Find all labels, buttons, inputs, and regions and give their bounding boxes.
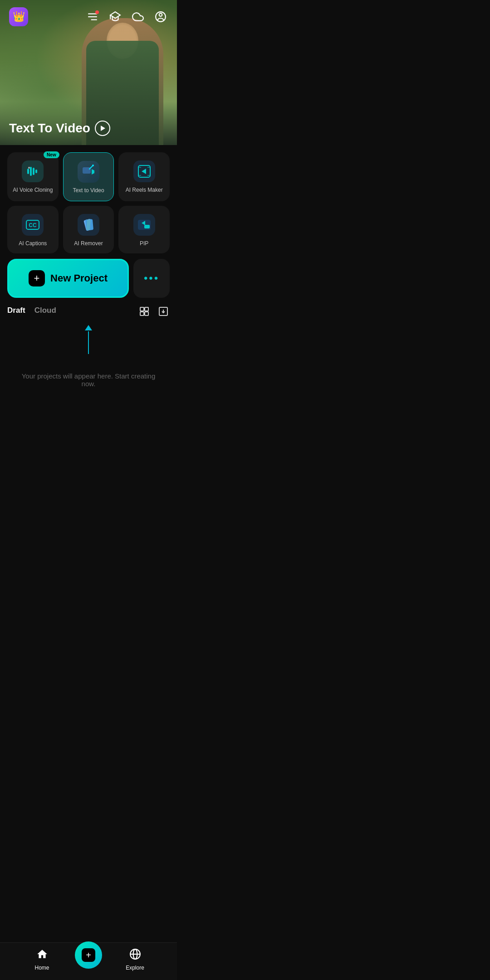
- cloud-icon[interactable]: [131, 10, 145, 24]
- feature-card-text-to-video[interactable]: Text to Video: [63, 152, 114, 201]
- dots-icon: •••: [144, 272, 159, 285]
- new-project-label: New Project: [50, 272, 108, 284]
- svg-rect-31: [145, 312, 148, 315]
- tabs-row: Draft Cloud: [7, 305, 170, 318]
- more-button[interactable]: •••: [133, 259, 170, 298]
- svg-rect-16: [138, 167, 141, 168]
- svg-rect-19: [147, 175, 150, 176]
- feature-label-captions: AI Captions: [19, 240, 47, 247]
- tabs-left: Draft Cloud: [7, 306, 56, 317]
- feature-label-remover: AI Remover: [74, 240, 103, 247]
- feature-label-pip: PIP: [140, 240, 148, 247]
- grid-view-icon[interactable]: [138, 305, 151, 318]
- top-navigation: 👑: [0, 0, 177, 34]
- feature-label-voice: AI Voice Cloning: [13, 187, 53, 194]
- svg-point-10: [28, 167, 30, 169]
- svg-rect-17: [138, 175, 141, 176]
- pip-icon: [133, 214, 155, 236]
- tabs-right: [138, 305, 170, 318]
- nav-icons-group: [85, 10, 168, 24]
- svg-rect-28: [140, 307, 144, 311]
- svg-rect-7: [30, 167, 32, 176]
- tab-cloud[interactable]: Cloud: [34, 306, 56, 317]
- arrow-line: [88, 331, 89, 354]
- reels-icon: [133, 160, 155, 182]
- tab-draft[interactable]: Draft: [7, 306, 25, 317]
- svg-point-14: [92, 165, 94, 166]
- new-badge: New: [44, 151, 59, 158]
- feature-card-ai-reels-maker[interactable]: AI Reels Maker: [118, 152, 170, 201]
- svg-rect-6: [27, 169, 29, 174]
- arrow-head: [85, 325, 92, 330]
- svg-rect-30: [140, 312, 144, 315]
- feature-label-reels: AI Reels Maker: [126, 187, 163, 194]
- feature-card-ai-captions[interactable]: CC AI Captions: [7, 206, 59, 254]
- main-content: New AI Voice Cloning: [0, 145, 177, 408]
- svg-rect-11: [83, 167, 91, 174]
- hero-text: Text To Video: [9, 121, 168, 136]
- feature-card-pip[interactable]: PIP: [118, 206, 170, 254]
- arrow-indicator: [7, 325, 170, 354]
- feature-label-video: Text to Video: [73, 187, 104, 194]
- remover-icon: [78, 214, 99, 236]
- plus-icon: +: [29, 270, 45, 286]
- voice-icon: [22, 160, 44, 182]
- empty-state: Your projects will appear here. Start cr…: [7, 359, 170, 401]
- export-icon[interactable]: [157, 305, 170, 318]
- graduation-icon[interactable]: [108, 10, 122, 24]
- svg-rect-26: [144, 225, 150, 228]
- new-project-row: + New Project •••: [7, 259, 170, 298]
- hero-section: 👑 Text To Video: [0, 0, 177, 145]
- notification-dot: [95, 10, 99, 14]
- svg-marker-12: [92, 169, 94, 175]
- svg-rect-18: [147, 167, 150, 168]
- svg-point-5: [159, 13, 162, 16]
- svg-rect-9: [35, 170, 37, 173]
- play-button[interactable]: [95, 121, 110, 136]
- video-icon: [78, 161, 99, 183]
- menu-icon[interactable]: [85, 10, 100, 24]
- hero-title: Text To Video: [9, 121, 168, 136]
- app-logo[interactable]: 👑: [9, 7, 28, 26]
- new-project-button[interactable]: + New Project: [7, 259, 129, 298]
- captions-icon: CC: [22, 214, 44, 236]
- empty-state-text: Your projects will appear here. Start cr…: [22, 372, 156, 388]
- svg-rect-29: [145, 307, 148, 311]
- feature-grid: New AI Voice Cloning: [7, 152, 170, 253]
- svg-rect-8: [33, 168, 34, 175]
- profile-icon[interactable]: [153, 10, 168, 24]
- feature-card-ai-remover[interactable]: AI Remover: [63, 206, 114, 254]
- feature-card-ai-voice-cloning[interactable]: New AI Voice Cloning: [7, 152, 59, 201]
- svg-text:CC: CC: [29, 222, 37, 228]
